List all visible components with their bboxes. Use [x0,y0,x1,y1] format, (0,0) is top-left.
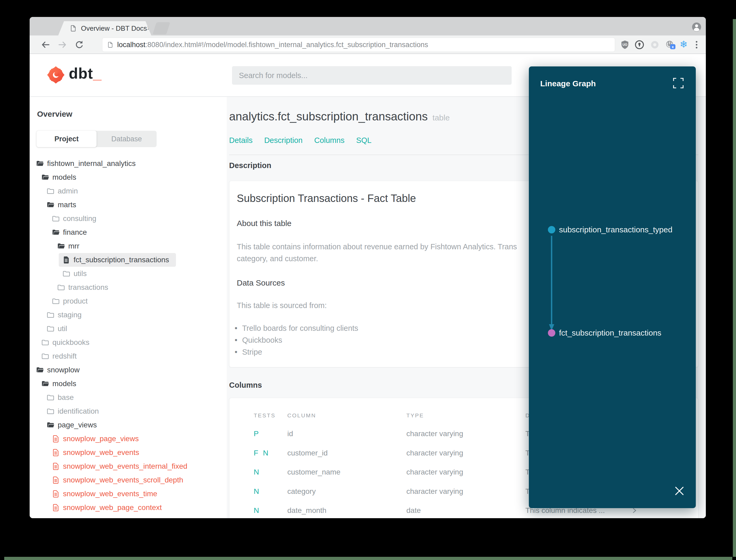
dbt-logo-icon[interactable] [46,66,66,84]
sidebar-title: Overview [37,110,72,119]
doc-card-title: Subscription Transactions - Fact Table [237,191,416,205]
tree-item-label: fishtown_internal_analytics [47,159,136,168]
forward-icon[interactable] [57,39,68,50]
toggle-database[interactable]: Database [97,131,157,147]
doc-section-nav: DetailsDescriptionColumnsSQL [229,136,383,146]
tab-title: Overview - DBT Docs [81,24,147,33]
tree-item[interactable]: marts [43,198,83,212]
tree-item-icon [52,504,60,512]
tree-item[interactable]: product [48,294,94,308]
tree-item[interactable]: base [43,391,81,404]
tree-item-icon [57,283,65,291]
power-extension-icon[interactable]: x [665,39,675,50]
tree-item-label: product [63,297,88,305]
tree-item-icon [36,366,44,374]
lineage-panel: Lineage Graph subscription_transactions_… [529,66,696,508]
tree-item[interactable]: page_views [43,418,104,432]
sidebar-view-toggle: Project Database [37,131,157,147]
cell-type: character varying [406,486,463,497]
tree-item[interactable]: models [38,170,83,184]
tree-item[interactable]: snowplow_web_events_scroll_depth [48,473,190,487]
tree-item[interactable]: util [43,322,74,336]
onepassword-extension-icon[interactable] [634,39,645,50]
tree-item[interactable]: fishtown_internal_analytics [32,157,143,170]
tree-item[interactable]: mrr [53,239,86,253]
cell-column: customer_id [287,448,328,458]
tree-item-label: snowplow_web_events [63,448,139,457]
tree-item[interactable]: snowplow [32,363,87,377]
tree-item-icon [47,311,55,319]
tree-item[interactable]: quickbooks [38,336,96,349]
tree-item-label: finance [63,228,87,237]
tree-item-icon [52,449,60,457]
sources-list: Trello boards for consulting clientsQuic… [235,322,358,358]
tree-item-label: base [58,393,74,402]
ublock-extension-icon[interactable]: UO [620,39,630,50]
doc-nav-details[interactable]: Details [229,136,253,144]
column-header: TYPE [406,412,424,419]
description-section-heading: Description [229,161,272,170]
screenshot-frame: Overview - DBT Docs × [0,0,736,560]
chevron-right-icon[interactable] [631,507,638,514]
back-icon[interactable] [40,39,51,50]
tree-item[interactable]: redshift [38,349,84,363]
tree-item[interactable]: staging [43,308,88,322]
cell-type: character varying [406,467,463,477]
tree-item[interactable]: snowplow_web_events_internal_fixed [48,459,194,473]
snowflake-extension-icon[interactable]: ❄ [680,39,688,50]
tree-item[interactable]: fct_subscription_transactions [59,253,176,267]
cell-tests: N [254,486,259,497]
tree-item-icon [52,435,60,443]
tree-item-icon [47,407,55,415]
doc-nav-columns[interactable]: Columns [314,136,345,144]
lineage-node-parent[interactable] [548,226,555,233]
about-heading: About this table [237,218,292,229]
tree-item-label: models [52,173,76,182]
search-input[interactable] [232,66,512,85]
tree-item-icon [47,421,55,429]
tree-item[interactable]: transactions [53,281,115,294]
lineage-node-current[interactable] [548,329,555,337]
tree-item[interactable]: snowplow_web_events_time [48,487,164,501]
tree-item[interactable]: finance [48,225,94,239]
tree-item[interactable]: snowplow_web_page_context [48,501,169,514]
new-tab-button[interactable] [153,22,170,34]
doc-nav-description[interactable]: Description [264,136,303,144]
tree-item[interactable]: models [38,377,83,391]
column-header: TESTS [254,412,276,419]
tree-item-icon [41,338,49,346]
tree-item[interactable]: admin [43,184,85,198]
tree-item-icon [36,160,44,168]
tree-item[interactable]: consulting [48,212,103,225]
cell-type: date [406,505,421,516]
tree-item[interactable]: snowplow_page_views [48,432,146,446]
cell-type: character varying [406,448,463,458]
tab-close-icon[interactable]: × [147,25,151,32]
tree-item-label: quickbooks [52,338,89,347]
url-bar[interactable]: localhost:8080/index.html#!/model/model.… [102,38,615,52]
columns-section-heading: Columns [229,381,262,390]
tree-item-label: snowplow_web_events_time [63,490,157,498]
tree-item[interactable]: utils [59,267,94,281]
tree-item-icon [52,215,60,223]
tree-item[interactable]: snowplow_web_events [48,446,146,459]
tree-item[interactable]: identification [43,404,106,418]
page-title: analytics.fct_subscription_transactionst… [229,110,450,125]
tree-item-icon [47,201,55,209]
opera-extension-icon[interactable] [649,39,660,50]
tree-item-icon [52,476,60,484]
refresh-icon[interactable] [74,39,85,50]
tree-item-icon [62,270,70,278]
tree-item-icon [41,173,49,181]
tree-item-label: snowplow [47,366,80,374]
tree-item-label: models [52,380,76,388]
dbt-logo-text[interactable]: dbt_ [69,65,102,82]
toggle-project[interactable]: Project [37,131,97,147]
browser-menu-icon[interactable] [691,39,702,50]
profile-avatar-icon[interactable] [692,22,701,32]
cell-tests: F N [254,448,268,458]
desktop-edge [733,19,736,557]
doc-nav-sql[interactable]: SQL [356,136,371,144]
browser-tab[interactable]: Overview - DBT Docs × [58,21,151,35]
close-icon[interactable] [674,485,685,497]
